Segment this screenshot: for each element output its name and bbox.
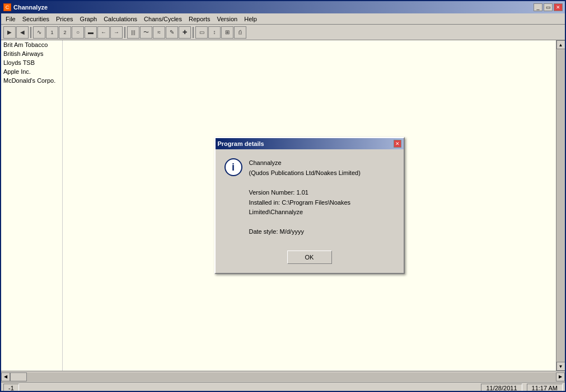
toolbar-2x[interactable]: 2 (59, 26, 71, 39)
status-value: -1 (3, 384, 19, 393)
toolbar-bars[interactable]: ▬ (85, 26, 97, 39)
toolbar-wave3[interactable]: ≈ (153, 26, 165, 39)
sidebar-item-brit-am-tobacco[interactable]: Brit Am Tobacco (1, 40, 62, 49)
dialog-body: i Channalyze (Qudos Publications Ltd/Noa… (216, 149, 404, 246)
scroll-track-vertical (556, 49, 565, 362)
sidebar-item-mcdonalds[interactable]: McDonald's Corpo. (1, 76, 62, 85)
toolbar: ▶ ◀ ∿ 1 2 ○ ▬ ← → ||| 〜 ≈ ✎ ✚ ▭ ↕ ⊞ ⎙ (1, 25, 565, 40)
toolbar-sep3 (193, 27, 194, 38)
toolbar-wave1[interactable]: ∿ (33, 26, 45, 39)
menu-bar: File Securities Prices Graph Calculation… (1, 13, 565, 25)
status-date: 11/28/2011 (481, 384, 522, 393)
dialog-spacer2 (249, 218, 395, 228)
dialog-close-button[interactable]: ✕ (394, 140, 401, 148)
status-left: -1 (3, 384, 19, 393)
toolbar-left[interactable]: ← (97, 26, 110, 39)
dialog-line2: (Qudos Publications Ltd/Noakes Limited) (249, 168, 395, 178)
menu-help[interactable]: Help (241, 15, 260, 23)
status-time: 11:17 AM (527, 384, 563, 393)
dialog-overlay: Program details ✕ i Channalyze (Qudos Pu… (63, 40, 556, 371)
dialog-ok-button[interactable]: OK (287, 251, 332, 264)
sidebar-item-lloyds-tsb[interactable]: Lloyds TSB (1, 58, 62, 67)
info-icon: i (224, 158, 242, 176)
toolbar-chart1[interactable]: ||| (127, 26, 139, 39)
menu-reports[interactable]: Reports (185, 15, 214, 23)
menu-chans-cycles[interactable]: Chans/Cycles (141, 15, 185, 23)
toolbar-sep1 (30, 27, 31, 38)
toolbar-bar-chart[interactable]: ↕ (208, 26, 221, 39)
side-scrollbar: ▲ ▼ (556, 40, 565, 371)
bottom-scroll-area: ◀ ▶ (1, 371, 565, 382)
toolbar-rect[interactable]: ▭ (195, 26, 208, 39)
toolbar-grid[interactable]: ⊞ (221, 26, 233, 39)
menu-prices[interactable]: Prices (53, 15, 77, 23)
restore-button[interactable]: ▭ (544, 3, 553, 11)
app-icon: C (3, 3, 11, 11)
menu-version[interactable]: Version (213, 15, 241, 23)
minimize-button[interactable]: _ (534, 3, 542, 11)
program-details-dialog: Program details ✕ i Channalyze (Qudos Pu… (214, 137, 405, 274)
scroll-thumb (10, 372, 27, 381)
scroll-up-button[interactable]: ▲ (556, 40, 565, 49)
scroll-left-button[interactable]: ◀ (1, 372, 10, 381)
window-title: Channalyze (13, 4, 48, 11)
main-window: C Channalyze _ ▭ ✕ File Securities Price… (0, 0, 566, 392)
scroll-track-horizontal (10, 372, 556, 381)
dialog-text: Channalyze (Qudos Publications Ltd/Noake… (249, 158, 395, 237)
dialog-line4: Version Number: 1.01 (249, 188, 395, 198)
menu-calculations[interactable]: Calculations (100, 15, 141, 23)
dialog-line7: Date style: M/d/yyyy (249, 227, 395, 237)
toolbar-right[interactable]: → (110, 26, 123, 39)
title-bar-left: C Channalyze (3, 3, 48, 11)
dialog-line5: Installed in: C:\Program Files\Noakes Li… (249, 198, 395, 218)
title-bar-controls: _ ▭ ✕ (534, 3, 563, 11)
menu-file[interactable]: File (2, 15, 19, 23)
dialog-title-bar: Program details ✕ (216, 138, 404, 149)
sidebar: Brit Am Tobacco British Airways Lloyds T… (1, 40, 63, 371)
toolbar-sep2 (124, 27, 125, 38)
dialog-footer: OK (216, 246, 404, 273)
title-bar: C Channalyze _ ▭ ✕ (1, 1, 565, 13)
sidebar-item-british-airways[interactable]: British Airways (1, 49, 62, 58)
sidebar-item-apple-inc[interactable]: Apple Inc. (1, 67, 62, 76)
toolbar-play[interactable]: ▶ (3, 26, 16, 39)
toolbar-pencil[interactable]: ✎ (166, 26, 178, 39)
toolbar-1x[interactable]: 1 (46, 26, 58, 39)
dialog-title-text: Program details (218, 140, 264, 147)
status-right: 11/28/2011 11:17 AM (481, 384, 563, 393)
status-bar: -1 11/28/2011 11:17 AM (1, 382, 565, 392)
toolbar-cross[interactable]: ✚ (179, 26, 191, 39)
scroll-down-button[interactable]: ▼ (556, 362, 565, 371)
dialog-spacer1 (249, 178, 395, 188)
dialog-line1: Channalyze (249, 158, 395, 168)
content-area: Program details ✕ i Channalyze (Qudos Pu… (63, 40, 556, 371)
menu-securities[interactable]: Securities (19, 15, 53, 23)
toolbar-print[interactable]: ⎙ (234, 26, 246, 39)
scroll-right-button[interactable]: ▶ (556, 372, 565, 381)
menu-graph[interactable]: Graph (77, 15, 101, 23)
toolbar-wave2[interactable]: 〜 (140, 26, 152, 39)
close-button[interactable]: ✕ (554, 3, 563, 11)
toolbar-back[interactable]: ◀ (16, 26, 29, 39)
toolbar-circle[interactable]: ○ (72, 26, 84, 39)
